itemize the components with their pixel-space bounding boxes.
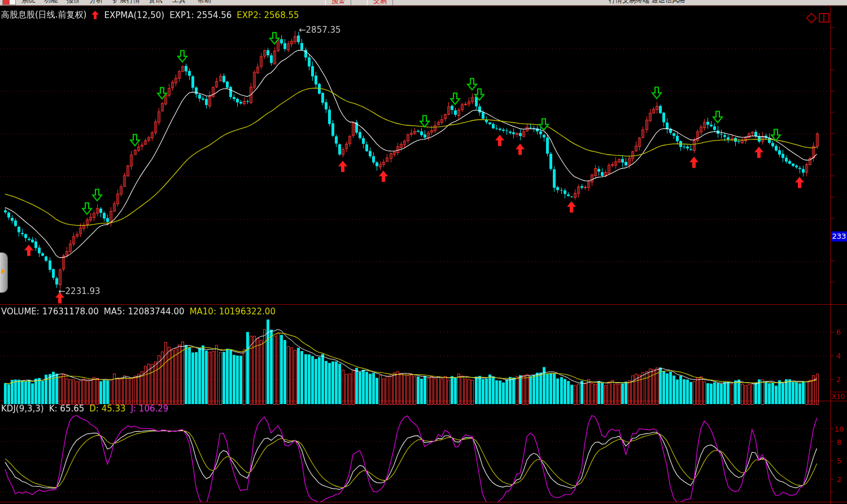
sidebar-flyout-handle[interactable] [0,252,8,293]
menu-item-analysis[interactable]: 分析 [89,0,103,5]
expma-up-arrow-icon [91,11,99,19]
split-window-icon[interactable] [819,13,829,23]
menu-item-tools[interactable]: 工具 [172,0,186,5]
volume-header: VOLUME: 17631178.00 MA5: 12083744.00 MA1… [1,306,276,317]
stock-app-window: 系统 功能 报价 分析 扩展行情 资讯 工具 帮助 预警 交易 行情交易终端 通… [0,0,847,504]
menu-bar: 系统 功能 报价 分析 扩展行情 资讯 工具 帮助 预警 交易 行情交易终端 通… [0,0,847,6]
menu-item-alert[interactable]: 预警 [325,0,351,6]
main-chart-header: 高股息股(日线.前复权) EXPMA(12,50) EXP1: 2554.56 … [1,10,299,20]
chart-canvas[interactable] [0,0,847,504]
kdj-axis-label-50: 5 [837,457,841,465]
volume-unit-label: X10 [832,393,845,401]
low-price-annotation: ←2231.93 [58,286,101,296]
kdj-title[interactable]: KDJ(9,3,3) [1,404,44,414]
volume-axis-label-6: 6 [836,328,841,336]
kdj-axis-label-20: 2 [837,475,841,484]
kdj-j-value: J: 106.29 [131,404,169,414]
menu-item-quotes[interactable]: 报价 [67,0,80,5]
menu-item-extended[interactable]: 扩展行情 [113,0,140,5]
menu-right-title: 行情交易终端 通达信风格 [609,0,686,5]
kdj-d-value: D: 45.33 [89,404,125,414]
volume-ma10-value: MA10: 10196322.00 [190,306,276,317]
volume-value: VOLUME: 17631178.00 [1,306,99,317]
menu-item-trade[interactable]: 交易 [367,0,393,6]
symbol-title: 高股息股(日线.前复权) [1,10,86,20]
exp2-value: EXP2: 2568.55 [237,10,299,20]
kdj-header: KDJ(9,3,3) K: 65.65 D: 45.33 J: 106.29 [1,404,168,414]
menu-item-system[interactable]: 系统 [21,0,35,5]
current-price-label: 233 [831,231,847,242]
high-price-annotation: ←2857.35 [299,25,341,35]
volume-ma5-value: MA5: 12083744.00 [104,306,185,317]
menu-item-function[interactable]: 功能 [44,0,58,5]
volume-axis-label-4: 4 [836,352,841,360]
app-logo-icon[interactable] [2,0,16,5]
menu-item-news[interactable]: 资讯 [149,0,162,5]
flyout-arrow-icon [1,269,5,274]
kdj-k-value: K: 65.65 [49,404,85,414]
exp1-value: EXP1: 2554.56 [169,10,232,20]
indicator-name[interactable]: EXPMA(12,50) [104,10,164,20]
menu-item-help[interactable]: 帮助 [198,0,211,5]
volume-axis-label-2: 2 [836,375,841,384]
kdj-axis-label-80: 8 [837,438,841,446]
kdj-axis-label-100: 10 [835,425,844,433]
